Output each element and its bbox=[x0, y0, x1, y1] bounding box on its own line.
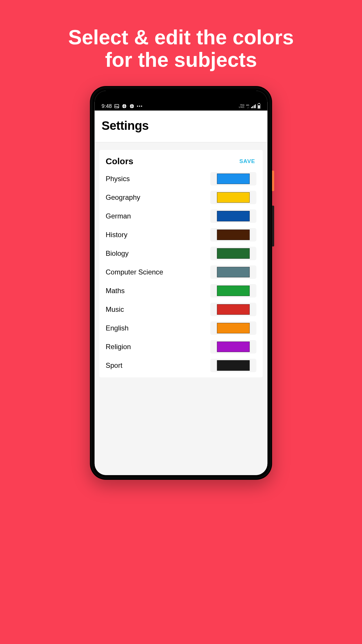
color-swatch bbox=[217, 248, 250, 259]
color-picker[interactable] bbox=[210, 247, 256, 260]
color-row: English bbox=[106, 321, 256, 335]
picture-icon bbox=[114, 104, 120, 109]
subject-label: Maths bbox=[106, 287, 125, 295]
color-row: Physics bbox=[106, 172, 256, 186]
color-picker[interactable] bbox=[210, 228, 256, 242]
color-swatch bbox=[217, 192, 250, 203]
subject-label: Computer Science bbox=[106, 268, 163, 276]
colors-card: Colors SAVE PhysicsGeographyGermanHistor… bbox=[99, 150, 263, 377]
signal-icon bbox=[251, 104, 256, 108]
color-swatch bbox=[217, 286, 250, 296]
more-icon: ••• bbox=[137, 104, 143, 108]
promo-title: Select & edit the colors for the subject… bbox=[0, 0, 362, 71]
status-right: Vo)) LTE1 4G ↓↑ bbox=[239, 104, 261, 109]
color-picker[interactable] bbox=[210, 209, 256, 223]
color-picker[interactable] bbox=[210, 172, 256, 186]
content-area[interactable]: Colors SAVE PhysicsGeographyGermanHistor… bbox=[95, 142, 268, 475]
color-row: Maths bbox=[106, 284, 256, 298]
color-picker[interactable] bbox=[210, 321, 256, 335]
card-header: Colors SAVE bbox=[106, 156, 256, 166]
phone-power-button bbox=[272, 171, 274, 191]
app-header: Settings bbox=[95, 111, 268, 142]
subjects-list: PhysicsGeographyGermanHistoryBiologyComp… bbox=[106, 172, 256, 372]
color-swatch bbox=[217, 304, 250, 315]
film-icon-2 bbox=[129, 104, 135, 109]
subject-label: German bbox=[106, 212, 131, 220]
color-row: Geography bbox=[106, 191, 256, 204]
color-picker[interactable] bbox=[210, 303, 256, 316]
subject-label: History bbox=[106, 231, 128, 239]
color-picker[interactable] bbox=[210, 340, 256, 354]
subject-label: Music bbox=[106, 305, 124, 314]
color-swatch bbox=[217, 174, 250, 184]
color-row: Sport bbox=[106, 359, 256, 372]
promo-title-line1: Select & edit the colors bbox=[0, 26, 362, 49]
color-swatch bbox=[217, 360, 250, 371]
subject-label: Sport bbox=[106, 361, 122, 370]
phone-volume-button bbox=[272, 206, 274, 246]
subject-label: Religion bbox=[106, 343, 131, 351]
color-picker[interactable] bbox=[210, 191, 256, 204]
battery-icon bbox=[258, 104, 261, 109]
status-time: 9:48 bbox=[102, 103, 112, 109]
subject-label: Geography bbox=[106, 193, 140, 202]
color-row: Religion bbox=[106, 340, 256, 354]
subject-label: English bbox=[106, 324, 129, 332]
card-title: Colors bbox=[106, 156, 133, 166]
color-row: Computer Science bbox=[106, 265, 256, 279]
color-picker[interactable] bbox=[210, 359, 256, 372]
promo-title-line2: for the subjects bbox=[0, 49, 362, 71]
network-label: Vo)) LTE1 bbox=[239, 104, 245, 108]
color-swatch bbox=[217, 323, 250, 333]
color-picker[interactable] bbox=[210, 284, 256, 298]
film-icon bbox=[122, 104, 127, 109]
color-swatch bbox=[217, 211, 250, 221]
color-row: Biology bbox=[106, 247, 256, 260]
subject-label: Physics bbox=[106, 175, 130, 183]
color-swatch bbox=[217, 230, 250, 240]
network-4g: 4G ↓↑ bbox=[246, 104, 249, 108]
color-row: German bbox=[106, 209, 256, 223]
status-bar: 9:48 ••• Vo)) LTE1 4G ↓↑ bbox=[95, 91, 268, 111]
phone-frame: 9:48 ••• Vo)) LTE1 4G ↓↑ bbox=[90, 86, 272, 480]
page-title: Settings bbox=[102, 119, 261, 133]
subject-label: Biology bbox=[106, 249, 129, 258]
color-swatch bbox=[217, 342, 250, 352]
save-button[interactable]: SAVE bbox=[239, 158, 256, 164]
status-left: 9:48 ••• bbox=[102, 103, 143, 109]
color-row: History bbox=[106, 228, 256, 242]
color-row: Music bbox=[106, 303, 256, 316]
color-picker[interactable] bbox=[210, 265, 256, 279]
phone-screen: 9:48 ••• Vo)) LTE1 4G ↓↑ bbox=[95, 91, 268, 475]
color-swatch bbox=[217, 267, 250, 277]
